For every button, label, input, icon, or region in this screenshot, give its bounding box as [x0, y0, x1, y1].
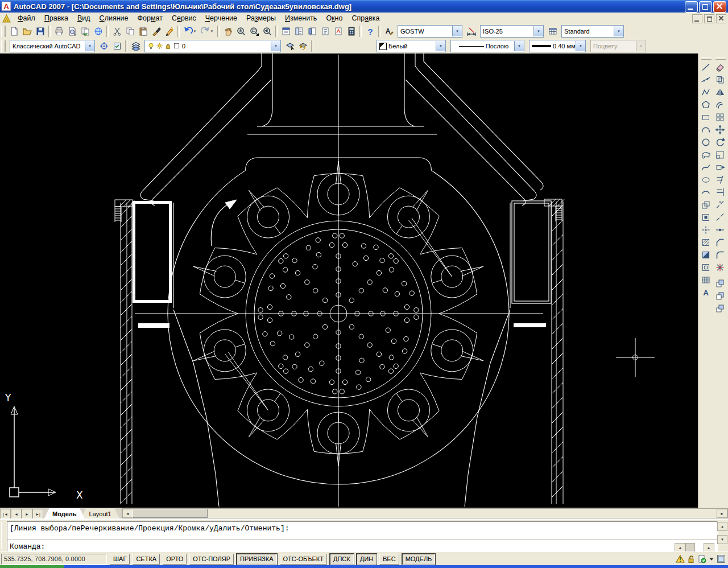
modify-join-button[interactable]: [714, 224, 726, 236]
layer-combo[interactable]: 0 ▼: [144, 40, 281, 52]
draw-table-button[interactable]: [700, 274, 712, 286]
chevron-down-icon[interactable]: ▼: [85, 41, 94, 51]
toolbar-sheet-set-manager-button[interactable]: [318, 25, 332, 38]
modify-offset-button[interactable]: [714, 98, 726, 111]
dim-style-icon[interactable]: [465, 25, 478, 38]
menu-draw[interactable]: Черчение: [201, 13, 242, 23]
toolbar-copy-button[interactable]: [123, 25, 136, 38]
toolbar-cut-button[interactable]: [110, 25, 123, 38]
toolbar-help-button[interactable]: ?: [363, 25, 377, 38]
tab-nav-prev-button[interactable]: ◄: [11, 509, 22, 518]
modify-fillet-button[interactable]: [714, 249, 726, 261]
status-toggle-snap[interactable]: ШАГ: [110, 554, 130, 565]
communication-center-icon[interactable]: !: [676, 554, 685, 563]
dim-style-combo[interactable]: ISO-25 ▼: [480, 25, 544, 38]
modify-break-button[interactable]: [714, 211, 726, 224]
toolbar-publish-button[interactable]: [78, 25, 92, 38]
toolbar-workspace-settings-button[interactable]: [97, 40, 110, 53]
workspace-combo[interactable]: Классический AutoCAD ▼: [10, 40, 95, 52]
document-icon[interactable]: [2, 14, 11, 23]
toolbar-plot-preview-button[interactable]: [65, 25, 78, 38]
toolbar-block-editor-button[interactable]: [163, 25, 176, 38]
tab-layout1[interactable]: Layout1: [81, 508, 119, 518]
status-toggle-ortho[interactable]: ОРТО: [163, 554, 187, 565]
restore-button[interactable]: [699, 1, 712, 13]
menu-format[interactable]: Формат: [133, 13, 167, 23]
draw-region-button[interactable]: [700, 261, 712, 274]
status-toggle-model[interactable]: МОДЕЛЬ: [402, 554, 436, 565]
modify-mirror-button[interactable]: [714, 86, 726, 98]
draw-ellipse-button[interactable]: [700, 174, 712, 186]
modify-draw-order-back-button[interactable]: [714, 290, 726, 302]
menu-modify[interactable]: Изменить: [280, 13, 321, 23]
toolbar-grip[interactable]: [1, 26, 6, 37]
menu-view[interactable]: Вид: [73, 13, 95, 23]
modify-array-button[interactable]: [714, 111, 726, 124]
toolbar-zoom-previous-button[interactable]: [260, 25, 274, 38]
toolbar-new-button[interactable]: [7, 25, 20, 38]
draw-polygon-button[interactable]: [700, 98, 712, 111]
chevron-down-icon[interactable]: ▼: [533, 26, 543, 36]
draw-revision-cloud-button[interactable]: [700, 149, 712, 161]
chevron-down-icon[interactable]: ▼: [271, 41, 280, 51]
tab-nav-next-button[interactable]: ►: [22, 509, 32, 518]
table-style-combo[interactable]: Standard ▼: [561, 25, 624, 38]
doc-minimize-button[interactable]: [692, 14, 702, 23]
command-scroll-down-button[interactable]: ▼: [717, 535, 727, 544]
chevron-down-icon[interactable]: ▼: [436, 41, 445, 51]
menu-tools[interactable]: Сервис: [167, 13, 201, 23]
autocad-app-icon[interactable]: A: [1, 1, 11, 11]
color-combo[interactable]: Белый ▼: [377, 40, 446, 52]
scroll-left-button[interactable]: ◄: [122, 509, 133, 518]
toolbar-pan-button[interactable]: [221, 25, 234, 38]
modify-chamfer-button[interactable]: [714, 236, 726, 249]
modify-rotate-button[interactable]: [714, 136, 726, 149]
lineweight-combo[interactable]: 0.40 мм ▼: [529, 40, 586, 52]
toolbar-zoom-realtime-button[interactable]: [234, 25, 247, 38]
linetype-combo[interactable]: Послою ▼: [450, 40, 524, 52]
text-style-combo[interactable]: GOSTW ▼: [398, 25, 462, 38]
draw-line-button[interactable]: [700, 61, 712, 73]
draw-polyline-button[interactable]: [700, 86, 712, 98]
toolbar-undo-button[interactable]: ▼: [181, 25, 198, 38]
draw-gradient-button[interactable]: [700, 249, 712, 261]
modify-stretch-button[interactable]: [714, 161, 726, 174]
modify-break-at-point-button[interactable]: [714, 199, 726, 211]
horizontal-scrollbar[interactable]: ◄ ►: [122, 508, 728, 518]
tab-nav-last-button[interactable]: ►|: [32, 509, 43, 518]
toolbar-open-button[interactable]: [20, 25, 34, 38]
draw-insert-block-button[interactable]: [700, 199, 712, 211]
table-style-icon[interactable]: [546, 25, 559, 38]
drawing-canvas[interactable]: XY: [0, 53, 698, 508]
draw-hatch-button[interactable]: [700, 236, 712, 249]
scroll-right-button[interactable]: ►: [717, 509, 727, 518]
toolbar-quickcalc-button[interactable]: [345, 25, 358, 38]
tab-модель[interactable]: Модель: [44, 508, 85, 518]
menu-window[interactable]: Окно: [321, 13, 347, 23]
toolbar-zoom-window-button[interactable]: [247, 25, 260, 38]
modify-trim-button[interactable]: [714, 174, 726, 186]
toolbar-3d-dwf-button[interactable]: [92, 25, 105, 38]
modify-explode-button[interactable]: [714, 261, 726, 274]
toolbar-layer-previous-button[interactable]: [296, 40, 309, 53]
chevron-down-icon[interactable]: ▼: [614, 26, 623, 36]
draw-spline-button[interactable]: [700, 161, 712, 174]
menu-insert[interactable]: Слияние: [95, 13, 133, 23]
tab-nav-first-button[interactable]: |◄: [0, 509, 11, 518]
draw-make-block-button[interactable]: [700, 211, 712, 224]
menu-file[interactable]: Файл: [13, 13, 40, 23]
validate-icon[interactable]: [697, 554, 706, 563]
toolbar-markup-set-manager-button[interactable]: [332, 25, 345, 38]
chevron-down-icon[interactable]: ▼: [576, 41, 585, 51]
toolbar-my-workspace-button[interactable]: [110, 40, 123, 53]
menu-help[interactable]: Справка: [347, 13, 384, 23]
text-style-icon[interactable]: A: [382, 25, 395, 38]
toolbar-make-object-layer-current-button[interactable]: [283, 40, 296, 53]
menu-edit[interactable]: Правка: [40, 13, 73, 23]
chevron-down-icon[interactable]: ▼: [452, 26, 462, 36]
tray-arrow-icon[interactable]: [708, 555, 715, 562]
draw-construction-line-button[interactable]: [700, 73, 712, 86]
modify-copy-object-button[interactable]: [714, 73, 726, 86]
status-toggle-otrack[interactable]: ОТС-ОБЪЕКТ: [280, 554, 327, 565]
flyout-arrow-icon[interactable]: ▼: [193, 30, 197, 33]
